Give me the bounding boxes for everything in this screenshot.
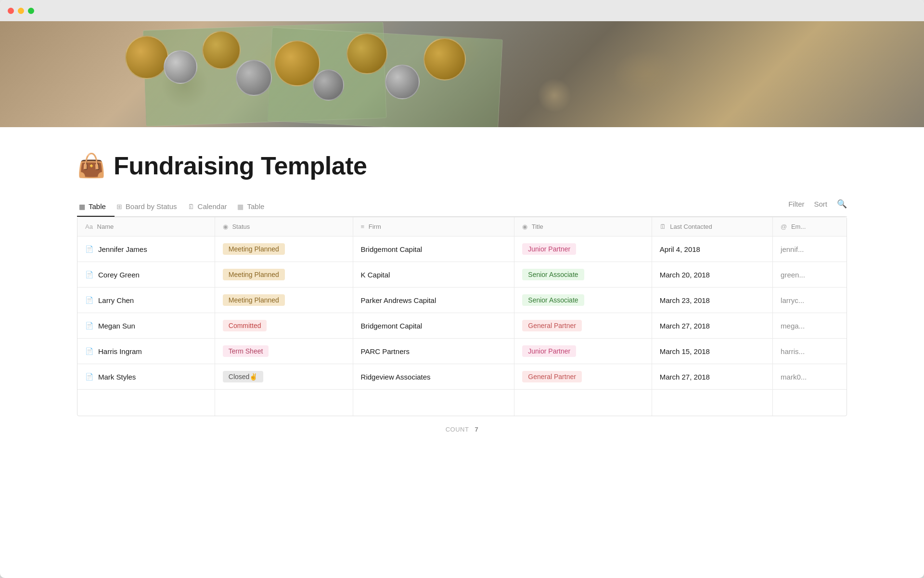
cell-firm-3: Bridgemont Capital — [353, 313, 514, 339]
cell-email-5: mark0... — [773, 364, 847, 390]
cell-title-2: Senior Associate — [514, 288, 652, 313]
last-contacted-col-icon: 🗓 — [660, 223, 666, 230]
col-header-status[interactable]: ◉ Status — [215, 217, 353, 236]
title-badge-5: General Partner — [522, 371, 582, 382]
cell-email-4: harris... — [773, 339, 847, 364]
app-window: 👜 Fundraising Template ▦ Table ⊞ Board b… — [0, 0, 924, 578]
cell-name-2: 📄 Larry Chen — [77, 288, 215, 313]
cell-email-1: green... — [773, 262, 847, 288]
title-col-icon: ◉ — [522, 223, 527, 230]
status-badge-4: Term Sheet — [223, 345, 269, 357]
count-value: 7 — [475, 426, 479, 433]
cell-name-0: 📄 Jennifer James — [77, 236, 215, 262]
tab-calendar[interactable]: 🗓 Calendar — [186, 197, 236, 216]
tab-table-main[interactable]: ▦ Table — [77, 197, 115, 216]
name-col-icon: Aa — [85, 223, 93, 230]
tab-board-status-label: Board by Status — [126, 202, 177, 210]
tab-table-main-label: Table — [89, 202, 106, 210]
cell-date-1: March 20, 2018 — [652, 262, 772, 288]
name-text-5: Mark Styles — [98, 373, 136, 381]
title-col-label: Title — [532, 223, 543, 230]
table-row[interactable]: 📄 Megan Sun Committed Bridgemont Capital… — [77, 313, 847, 339]
name-col-label: Name — [97, 223, 114, 230]
tab-board-status[interactable]: ⊞ Board by Status — [115, 197, 186, 216]
calendar-icon: 🗓 — [188, 203, 194, 210]
empty-row[interactable] — [77, 390, 847, 416]
search-button[interactable]: 🔍 — [837, 199, 847, 209]
cell-name-1: 📄 Corey Green — [77, 262, 215, 288]
cell-title-4: Junior Partner — [514, 339, 652, 364]
cell-name-3: 📄 Megan Sun — [77, 313, 215, 339]
table-row[interactable]: 📄 Jennifer James Meeting Planned Bridgem… — [77, 236, 847, 262]
status-badge-3: Committed — [223, 320, 267, 331]
col-header-title[interactable]: ◉ Title — [514, 217, 652, 236]
doc-icon-5: 📄 — [85, 373, 93, 381]
maximize-button[interactable] — [28, 8, 34, 14]
cell-firm-0: Bridgemont Capital — [353, 236, 514, 262]
status-col-icon: ◉ — [223, 223, 228, 230]
doc-icon-0: 📄 — [85, 245, 93, 253]
filter-button[interactable]: Filter — [788, 200, 804, 208]
title-badge-1: Senior Associate — [522, 269, 584, 280]
count-label: COUNT — [446, 426, 469, 433]
cell-firm-1: K Capital — [353, 262, 514, 288]
cell-name-5: 📄 Mark Styles — [77, 364, 215, 390]
table-row[interactable]: 📄 Harris Ingram Term Sheet PARC Partners… — [77, 339, 847, 364]
tab-table-alt[interactable]: ▦ Table — [235, 197, 273, 216]
status-badge-0: Meeting Planned — [223, 243, 285, 255]
doc-icon-4: 📄 — [85, 347, 93, 355]
table-row[interactable]: 📄 Mark Styles Closed✌️ Ridgeview Associa… — [77, 364, 847, 390]
cell-firm-2: Parker Andrews Capital — [353, 288, 514, 313]
table-row[interactable]: 📄 Larry Chen Meeting Planned Parker Andr… — [77, 288, 847, 313]
status-badge-2: Meeting Planned — [223, 294, 285, 306]
email-col-icon: @ — [781, 223, 787, 230]
title-badge-2: Senior Associate — [522, 294, 584, 306]
email-col-label: Em... — [791, 223, 806, 230]
cell-title-1: Senior Associate — [514, 262, 652, 288]
close-button[interactable] — [8, 8, 14, 14]
page-title-row: 👜 Fundraising Template — [77, 151, 847, 180]
cell-status-4: Term Sheet — [215, 339, 353, 364]
data-table: Aa Name ◉ Status ≡ Firm ◉ — [77, 217, 847, 416]
cell-status-5: Closed✌️ — [215, 364, 353, 390]
name-text-3: Megan Sun — [98, 322, 135, 330]
board-icon: ⊞ — [116, 203, 122, 210]
title-badge-4: Junior Partner — [522, 345, 576, 357]
doc-icon-3: 📄 — [85, 322, 93, 329]
cell-firm-4: PARC Partners — [353, 339, 514, 364]
cell-date-4: March 15, 2018 — [652, 339, 772, 364]
col-header-last-contacted[interactable]: 🗓 Last Contacted — [652, 217, 772, 236]
cell-status-1: Meeting Planned — [215, 262, 353, 288]
status-col-label: Status — [232, 223, 250, 230]
table-row[interactable]: 📄 Corey Green Meeting Planned K Capital … — [77, 262, 847, 288]
tab-calendar-label: Calendar — [198, 202, 227, 210]
cell-status-3: Committed — [215, 313, 353, 339]
cell-date-5: March 27, 2018 — [652, 364, 772, 390]
name-text-1: Corey Green — [98, 271, 140, 279]
col-header-name[interactable]: Aa Name — [77, 217, 215, 236]
cell-date-2: March 23, 2018 — [652, 288, 772, 313]
table-header-row: Aa Name ◉ Status ≡ Firm ◉ — [77, 217, 847, 236]
sort-button[interactable]: Sort — [814, 200, 827, 208]
page-title: Fundraising Template — [114, 151, 367, 180]
toolbar-right: Filter Sort 🔍 — [788, 199, 847, 215]
cell-status-2: Meeting Planned — [215, 288, 353, 313]
col-header-firm[interactable]: ≡ Firm — [353, 217, 514, 236]
last-contacted-col-label: Last Contacted — [670, 223, 712, 230]
status-badge-5: Closed✌️ — [223, 371, 264, 382]
cell-date-0: April 4, 2018 — [652, 236, 772, 262]
hero-image — [0, 21, 924, 127]
title-badge-0: Junior Partner — [522, 243, 576, 255]
cell-title-3: General Partner — [514, 313, 652, 339]
tab-table-alt-label: Table — [247, 202, 264, 210]
minimize-button[interactable] — [18, 8, 24, 14]
cell-name-4: 📄 Harris Ingram — [77, 339, 215, 364]
table-icon: ▦ — [79, 203, 85, 210]
titlebar — [0, 0, 924, 21]
col-header-email[interactable]: @ Em... — [773, 217, 847, 236]
doc-icon-1: 📄 — [85, 271, 93, 278]
cell-firm-5: Ridgeview Associates — [353, 364, 514, 390]
firm-col-label: Firm — [369, 223, 381, 230]
cell-title-0: Junior Partner — [514, 236, 652, 262]
page-content: 👜 Fundraising Template ▦ Table ⊞ Board b… — [0, 127, 924, 472]
